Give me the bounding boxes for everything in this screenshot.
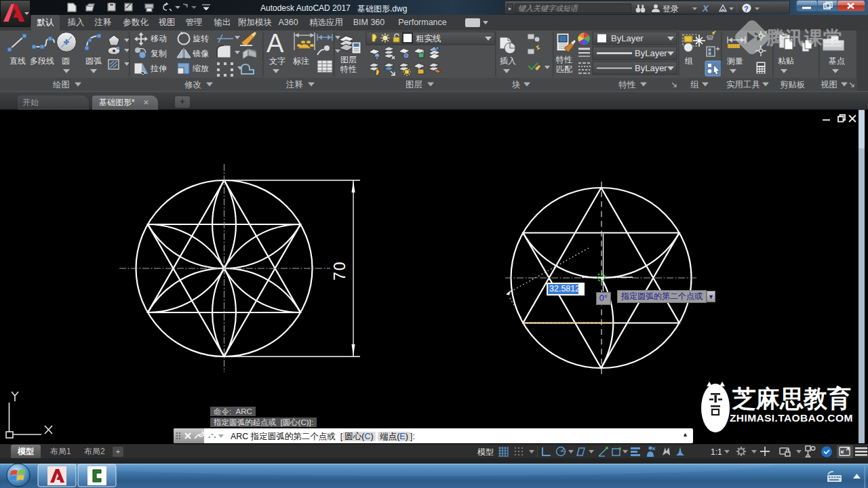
svg-text:圆: 圆	[62, 56, 70, 66]
svg-text:缩放: 缩放	[193, 64, 209, 73]
svg-text:1:1: 1:1	[711, 447, 722, 457]
svg-text:测量: 测量	[726, 56, 743, 66]
svg-text:匹配: 匹配	[556, 64, 572, 74]
svg-text:插入: 插入	[500, 56, 516, 66]
svg-text:圆弧: 圆弧	[85, 56, 102, 66]
svg-text:?: ?	[744, 5, 749, 13]
svg-text:移动: 移动	[151, 34, 167, 43]
svg-text:多段线: 多段线	[30, 56, 54, 66]
svg-text:芝麻思教育: 芝麻思教育	[732, 385, 851, 411]
svg-text:腾讯课堂: 腾讯课堂	[766, 28, 842, 48]
svg-text:登录: 登录	[663, 4, 679, 14]
svg-text:旋转: 旋转	[193, 34, 209, 43]
svg-text:块: 块	[511, 80, 521, 89]
svg-text:基点: 基点	[829, 56, 845, 66]
svg-text:ByLayer: ByLayer	[611, 33, 644, 43]
svg-text:粗实线: 粗实线	[416, 34, 441, 43]
svg-text:ByLayer: ByLayer	[635, 48, 667, 58]
svg-text:绘图: 绘图	[53, 80, 70, 89]
svg-text:ByLayer: ByLayer	[635, 63, 667, 73]
svg-text:剪贴板: 剪贴板	[780, 80, 806, 89]
svg-text:组: 组	[690, 80, 699, 89]
svg-text:实用工具: 实用工具	[726, 80, 760, 89]
svg-text:标注: 标注	[293, 56, 309, 66]
svg-text:拉伸: 拉伸	[150, 64, 167, 73]
svg-text:模型: 模型	[477, 447, 494, 457]
svg-text:图层: 图层	[340, 55, 357, 64]
svg-text:直线: 直线	[9, 56, 26, 66]
svg-text:复制: 复制	[151, 49, 167, 58]
svg-text:X: X	[702, 3, 709, 14]
svg-text:镜像: 镜像	[192, 49, 209, 58]
svg-text:视图: 视图	[821, 80, 837, 89]
svg-text:特性: 特性	[555, 55, 572, 64]
svg-text:粘贴: 粘贴	[778, 56, 794, 66]
svg-text:注释: 注释	[285, 80, 303, 89]
svg-text:特性: 特性	[340, 64, 357, 74]
svg-text:修改: 修改	[184, 80, 201, 89]
svg-text:特性: 特性	[618, 80, 636, 89]
svg-text:组: 组	[684, 56, 693, 66]
svg-text:ZHIMASI.TAOBAO.COM: ZHIMASI.TAOBAO.COM	[730, 412, 853, 424]
svg-text:图层: 图层	[406, 80, 422, 89]
svg-text:A: A	[267, 30, 284, 58]
svg-text:70: 70	[331, 260, 349, 281]
svg-text:文字: 文字	[269, 56, 285, 66]
